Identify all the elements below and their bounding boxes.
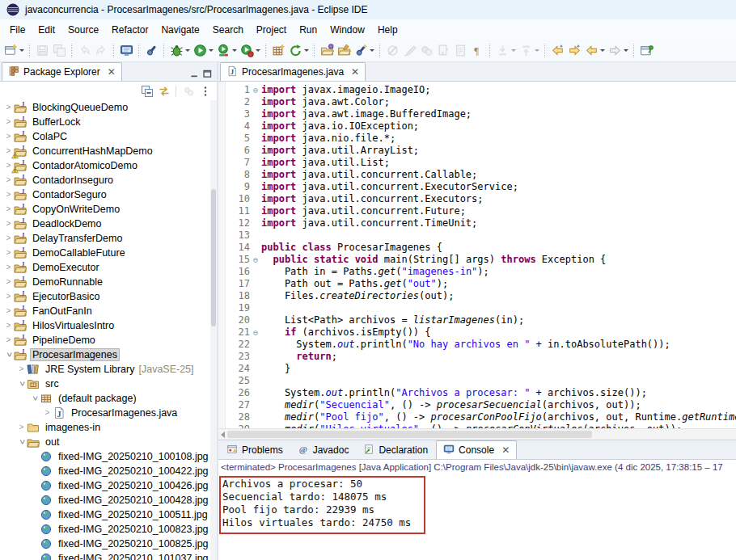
- expand-icon[interactable]: >: [16, 423, 27, 432]
- console-view-icon[interactable]: [119, 42, 134, 60]
- code-line[interactable]: 24 }: [226, 363, 736, 375]
- dropdown-caret-icon[interactable]: [209, 49, 214, 52]
- expand-icon[interactable]: >: [3, 220, 14, 228]
- expand-icon[interactable]: >: [3, 278, 14, 286]
- code-line[interactable]: 3import java.awt.image.BufferedImage;: [226, 108, 736, 120]
- editor-horizontal-scrollbar[interactable]: [218, 428, 736, 440]
- tree-item[interactable]: >JDemoCallableFuture: [0, 246, 210, 260]
- tree-item[interactable]: >JEjecutorBasico: [0, 289, 210, 304]
- code-line[interactable]: 23 return;: [226, 351, 736, 363]
- dropdown-caret-icon[interactable]: [232, 49, 237, 52]
- tree-item[interactable]: fixed-IMG_20250210_100823.jpg: [0, 522, 210, 537]
- menu-project[interactable]: Project: [250, 21, 293, 39]
- tab-javadoc[interactable]: @Javadoc: [291, 441, 356, 459]
- coverage-icon[interactable]: [216, 42, 238, 60]
- fold-marker-icon[interactable]: ⊖: [250, 326, 261, 339]
- tree-item[interactable]: >JContadorSeguro: [0, 187, 210, 202]
- tree-item[interactable]: >JColaPC: [0, 129, 210, 144]
- import-icon[interactable]: [319, 42, 335, 60]
- minimize-view-icon[interactable]: [189, 69, 200, 79]
- tree-item[interactable]: fixed-IMG_20250210_100428.jpg: [0, 493, 210, 507]
- code-line[interactable]: 17 Path out = Paths.get("out");: [226, 278, 736, 290]
- code-line[interactable]: 18 Files.createDirectories(out);: [226, 290, 736, 302]
- tree-item[interactable]: >imagenes-in: [0, 420, 210, 435]
- scrollbar-thumb[interactable]: [227, 431, 592, 438]
- expand-icon[interactable]: >: [3, 133, 14, 141]
- expand-icon[interactable]: >: [3, 307, 14, 315]
- close-icon[interactable]: ✕: [108, 67, 116, 77]
- console-output[interactable]: Archivos a procesar: 50Secuencial tardo:…: [218, 474, 736, 560]
- tree-scrollbar[interactable]: [210, 100, 217, 560]
- tree-item[interactable]: >JBlockingQueueDemo: [0, 100, 210, 115]
- menu-window[interactable]: Window: [324, 21, 371, 39]
- pin-editor-icon[interactable]: [639, 42, 654, 60]
- expand-icon[interactable]: >: [3, 293, 14, 301]
- code-line[interactable]: 27 medir("Secuencial", () -> procesarSec…: [226, 399, 736, 411]
- menu-help[interactable]: Help: [371, 21, 404, 39]
- search-icon[interactable]: [144, 42, 159, 60]
- dropdown-caret-icon[interactable]: [535, 49, 539, 52]
- dropdown-caret-icon[interactable]: [256, 49, 260, 52]
- code-line[interactable]: 4import java.io.IOException;: [226, 120, 736, 133]
- code-line[interactable]: 5import java.nio.file.*;: [226, 133, 736, 145]
- fold-marker-icon[interactable]: ⊖: [250, 84, 261, 96]
- code-line[interactable]: 2import java.awt.Color;: [226, 96, 736, 108]
- expand-icon[interactable]: >: [42, 409, 53, 417]
- view-menu-icon[interactable]: [197, 83, 214, 99]
- tree-item[interactable]: >JPipelineDemo: [0, 333, 210, 347]
- menu-navigate[interactable]: Navigate: [154, 21, 205, 39]
- dropdown-caret-icon[interactable]: [185, 49, 190, 52]
- dropdown-caret-icon[interactable]: [624, 49, 628, 52]
- tree-item[interactable]: >JProcesarImagenes: [0, 347, 210, 362]
- tree-item[interactable]: fixed-IMG_20250210_100426.jpg: [0, 478, 210, 493]
- tree-item[interactable]: fixed-IMG_20250210_100108.jpg: [0, 449, 210, 464]
- new-wizard-icon[interactable]: [3, 42, 25, 60]
- dropdown-caret-icon[interactable]: [304, 49, 309, 52]
- menu-source[interactable]: Source: [61, 21, 105, 39]
- code-line[interactable]: 7import java.util.List;: [226, 157, 736, 169]
- code-line[interactable]: 14public class ProcesarImagenes {: [226, 242, 736, 254]
- tree-item[interactable]: >JBufferLock: [0, 115, 210, 129]
- tree-item[interactable]: >JContadorInseguro: [0, 173, 210, 187]
- code-line[interactable]: 15⊖ public static void main(String[] arg…: [226, 254, 736, 266]
- profile-icon[interactable]: [239, 42, 261, 60]
- menu-file[interactable]: File: [3, 21, 32, 39]
- expand-icon[interactable]: >: [3, 118, 14, 126]
- tree-item[interactable]: >JDeadlockDemo: [0, 217, 210, 231]
- code-line[interactable]: 8import java.util.concurrent.Callable;: [226, 169, 736, 181]
- collapse-icon[interactable]: >: [18, 379, 26, 389]
- code-line[interactable]: 10import java.util.concurrent.Executors;: [226, 193, 736, 205]
- annotation-ruler[interactable]: [218, 82, 226, 428]
- tree-item[interactable]: fixed-IMG_20250210_101037.jpg: [0, 551, 210, 560]
- tree-item[interactable]: >JContadorAtomicoDemo: [0, 158, 210, 173]
- tree-item[interactable]: fixed-IMG_20250210_100511.jpg: [0, 507, 210, 522]
- expand-icon[interactable]: >: [3, 205, 14, 213]
- tree-item[interactable]: >JHilosVirtualesIntro: [0, 318, 210, 333]
- link-with-editor-icon[interactable]: [156, 83, 172, 99]
- tree-item[interactable]: >JDemoRunnable: [0, 275, 210, 289]
- dropdown-caret-icon[interactable]: [511, 49, 516, 52]
- fold-marker-icon[interactable]: ⊖: [250, 254, 261, 266]
- code-line[interactable]: 6import java.util.ArrayList;: [226, 145, 736, 157]
- open-type-icon[interactable]: [353, 42, 375, 60]
- expand-icon[interactable]: >: [16, 365, 27, 373]
- expand-icon[interactable]: >: [3, 191, 14, 199]
- refresh-icon[interactable]: [288, 42, 310, 60]
- tree-item[interactable]: >(default package): [0, 391, 210, 406]
- collapse-icon[interactable]: >: [31, 394, 39, 404]
- next-edit-location-icon[interactable]: [567, 42, 582, 60]
- expand-icon[interactable]: >: [3, 249, 14, 257]
- back-icon[interactable]: [584, 42, 606, 60]
- code-line[interactable]: 25: [226, 375, 736, 387]
- maximize-view-icon[interactable]: [202, 69, 213, 79]
- tab-declaration[interactable]: Declaration: [357, 441, 434, 459]
- tree-item[interactable]: >JDelayTransferDemo: [0, 231, 210, 246]
- code-line[interactable]: 20 List<Path> archivos = listarImagenes(…: [226, 314, 736, 326]
- menu-edit[interactable]: Edit: [32, 21, 61, 39]
- menu-run[interactable]: Run: [293, 21, 324, 39]
- code-lines[interactable]: 1⊖import javax.imageio.ImageIO;2import j…: [226, 82, 736, 428]
- code-line[interactable]: 9import java.util.concurrent.ExecutorSer…: [226, 181, 736, 193]
- code-line[interactable]: 11import java.util.concurrent.Future;: [226, 205, 736, 217]
- tree-item[interactable]: >out: [0, 435, 210, 449]
- menu-search[interactable]: Search: [206, 21, 250, 39]
